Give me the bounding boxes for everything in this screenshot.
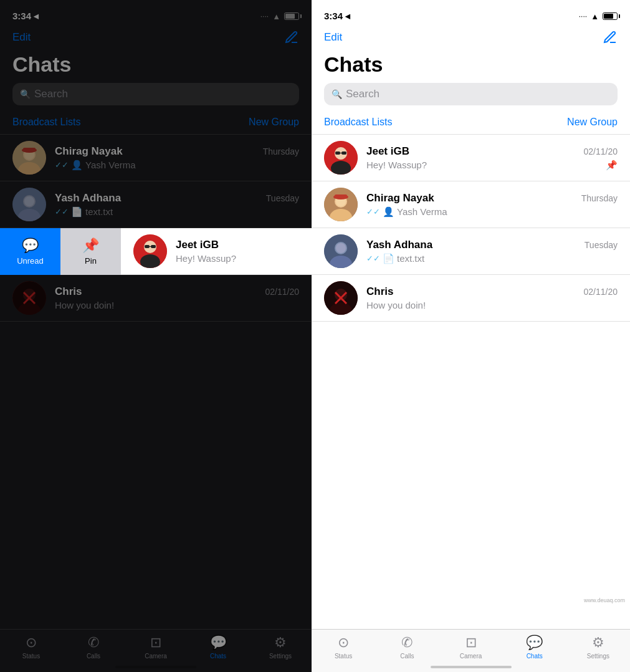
left-nav-status[interactable]: ⊙ Status xyxy=(0,635,62,660)
left-compose-icon[interactable] xyxy=(284,30,299,45)
right-nav-status[interactable]: ⊙ Status xyxy=(312,635,375,660)
left-nav-chats[interactable]: 💬 Chats xyxy=(187,635,249,660)
left-avatar-chris xyxy=(12,281,46,315)
right-nav-chats-icon: 💬 xyxy=(526,635,543,651)
left-home-indicator xyxy=(115,666,196,668)
left-chat-content-chirag: Chirag Nayak Thursday ✓✓ 👤 Yash Verma xyxy=(55,145,299,171)
right-chat-item-yash[interactable]: Yash Adhana Tuesday ✓✓ 📄 text.txt xyxy=(312,228,630,275)
left-avatar-jeet xyxy=(133,234,167,268)
right-pin-icon-jeet: 📌 xyxy=(606,160,618,171)
left-chat-preview-chirag: ✓✓ 👤 Yash Verma xyxy=(55,160,299,171)
right-compose-icon[interactable] xyxy=(603,30,618,45)
left-nav-camera[interactable]: ⊡ Camera xyxy=(125,635,187,660)
right-chat-time-chirag: Thursday xyxy=(581,193,618,203)
left-header: Edit xyxy=(0,27,312,50)
left-new-group[interactable]: New Group xyxy=(249,117,299,128)
right-chat-header-yash: Yash Adhana Tuesday xyxy=(366,239,618,251)
left-chat-header-chirag: Chirag Nayak Thursday xyxy=(55,145,299,158)
right-chat-item-chris[interactable]: Chris 02/11/20 How you doin! xyxy=(312,275,630,322)
right-chat-name-jeet: Jeet iGB xyxy=(366,145,409,158)
right-edit-button[interactable]: Edit xyxy=(324,31,342,44)
left-double-check-yash: ✓✓ xyxy=(55,207,69,216)
left-chat-name-yash: Yash Adhana xyxy=(55,192,121,204)
left-chat-item-chirag[interactable]: Chirag Nayak Thursday ✓✓ 👤 Yash Verma xyxy=(0,135,312,181)
right-nav-calls-icon: ✆ xyxy=(401,635,413,651)
left-broadcast-lists[interactable]: Broadcast Lists xyxy=(12,117,80,128)
right-chat-list: Jeet iGB 02/11/20 Hey! Wassup? 📌 xyxy=(312,135,630,322)
left-search-bar[interactable]: 🔍 Search xyxy=(12,83,299,105)
left-swipe-actions: 💬 Unread 📌 Pin xyxy=(0,228,121,275)
right-nav-settings-icon: ⚙ xyxy=(592,635,604,651)
left-battery-fill xyxy=(285,14,295,19)
left-preview-text-chirag: Yash Verma xyxy=(85,160,136,170)
right-broadcast-lists[interactable]: Broadcast Lists xyxy=(324,117,392,128)
left-wifi-icon: ▲ xyxy=(272,12,280,21)
left-chat-item-yash[interactable]: Yash Adhana Tuesday ✓✓ 📄 text.txt xyxy=(0,181,312,228)
right-new-group[interactable]: New Group xyxy=(567,117,618,128)
left-nav-chats-label: Chats xyxy=(210,653,226,660)
left-search-icon: 🔍 xyxy=(20,89,31,99)
left-page-title: Chats xyxy=(0,50,312,83)
left-pin-icon: 📌 xyxy=(82,238,99,254)
right-chat-content-chris: Chris 02/11/20 How you doin! xyxy=(366,286,618,310)
left-profile-icon-chirag: 👤 xyxy=(71,160,83,171)
right-wifi-icon: ▲ xyxy=(591,12,599,21)
right-chat-preview-yash: ✓✓ 📄 text.txt xyxy=(366,253,618,264)
right-avatar-chris xyxy=(324,281,358,315)
right-search-bar[interactable]: 🔍 Search xyxy=(324,83,618,105)
svg-rect-14 xyxy=(151,245,156,248)
right-preview-text-chris: How you doin! xyxy=(366,300,426,310)
right-search-placeholder: Search xyxy=(346,88,379,100)
left-chat-time-yash: Tuesday xyxy=(266,193,299,203)
left-pin-label: Pin xyxy=(85,256,97,266)
left-chat-preview-jeet: Hey! Wassup? xyxy=(176,253,299,264)
left-nav-calls-icon: ✆ xyxy=(88,635,99,651)
right-preview-text-yash: text.txt xyxy=(397,253,424,264)
right-nav-status-label: Status xyxy=(335,653,352,660)
right-chat-item-jeet[interactable]: Jeet iGB 02/11/20 Hey! Wassup? 📌 xyxy=(312,135,630,181)
left-nav-calls[interactable]: ✆ Calls xyxy=(62,635,125,660)
left-chat-name-jeet: Jeet iGB xyxy=(176,239,219,251)
svg-rect-24 xyxy=(335,151,340,155)
svg-rect-13 xyxy=(145,245,150,248)
svg-rect-5 xyxy=(23,148,36,151)
left-nav-calls-label: Calls xyxy=(87,653,100,660)
right-chat-time-chris: 02/11/20 xyxy=(584,287,618,297)
right-nav-status-icon: ⊙ xyxy=(338,635,349,651)
left-preview-text-jeet: Hey! Wassup? xyxy=(176,253,236,264)
watermark: www.deuaq.com xyxy=(584,597,625,603)
right-nav-camera[interactable]: ⊡ Camera xyxy=(439,635,502,660)
left-unread-action[interactable]: 💬 Unread xyxy=(0,228,60,275)
right-chat-item-chirag[interactable]: Chirag Nayak Thursday ✓✓ 👤 Yash Verma xyxy=(312,181,630,228)
right-chat-content-jeet: Jeet iGB 02/11/20 Hey! Wassup? 📌 xyxy=(366,145,618,171)
left-nav-settings[interactable]: ⚙ Settings xyxy=(249,635,312,660)
left-unread-icon: 💬 xyxy=(22,238,39,254)
left-chat-item-jeet[interactable]: Jeet iGB Hey! Wassup? xyxy=(121,228,312,275)
right-avatar-chirag xyxy=(324,188,358,221)
left-edit-button[interactable]: Edit xyxy=(12,31,31,44)
right-double-check-yash: ✓✓ xyxy=(366,254,380,263)
left-chat-header-yash: Yash Adhana Tuesday xyxy=(55,192,299,204)
right-search-icon: 🔍 xyxy=(332,89,342,99)
right-file-icon-yash: 📄 xyxy=(383,253,394,264)
right-battery-fill xyxy=(604,14,613,19)
right-chat-header-jeet: Jeet iGB 02/11/20 xyxy=(366,145,618,158)
right-chat-content-yash: Yash Adhana Tuesday ✓✓ 📄 text.txt xyxy=(366,239,618,264)
left-nav-status-label: Status xyxy=(22,653,40,660)
left-nav-camera-icon: ⊡ xyxy=(150,635,161,651)
right-nav-chats[interactable]: 💬 Chats xyxy=(503,635,566,660)
right-nav-calls[interactable]: ✆ Calls xyxy=(375,635,439,660)
left-pin-action[interactable]: 📌 Pin xyxy=(60,228,121,275)
left-chat-time-chris: 02/11/20 xyxy=(265,287,300,297)
right-quick-links: Broadcast Lists New Group xyxy=(312,114,630,135)
left-search-placeholder: Search xyxy=(34,88,68,100)
right-chat-time-yash: Tuesday xyxy=(585,240,618,250)
right-nav-camera-icon: ⊡ xyxy=(465,635,477,651)
right-battery-icon xyxy=(603,12,618,20)
left-chat-item-chris[interactable]: Chris 02/11/20 How you doin! xyxy=(0,275,312,322)
right-chat-preview-jeet: Hey! Wassup? 📌 xyxy=(366,160,618,171)
left-battery-icon xyxy=(284,12,299,20)
left-panel: 3:34 ◂ ···· ▲ Edit Chats 🔍 Search Broadc… xyxy=(0,0,312,672)
right-double-check-chirag: ✓✓ xyxy=(366,207,380,216)
right-nav-settings[interactable]: ⚙ Settings xyxy=(566,635,630,660)
